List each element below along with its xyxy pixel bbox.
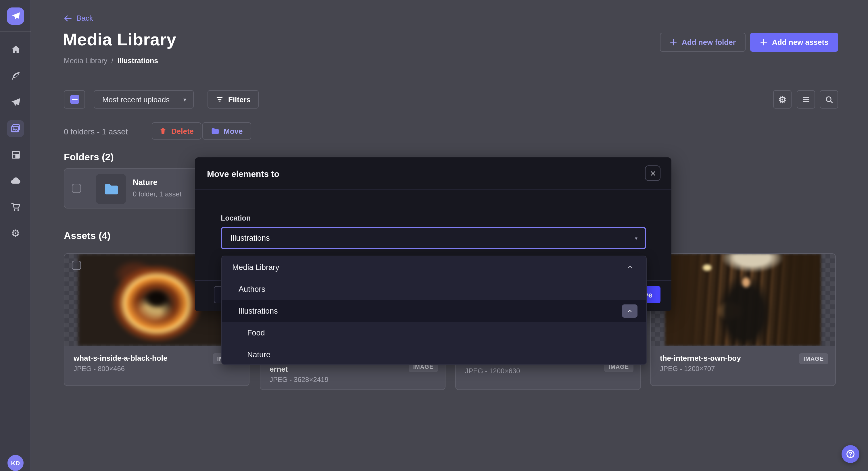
plus-icon (760, 38, 767, 46)
feather-icon (7, 67, 24, 85)
move-button[interactable]: Move (202, 122, 251, 140)
cloud-icon (7, 172, 24, 190)
layout-icon (7, 146, 24, 163)
add-new-folder-label: Add new folder (682, 38, 736, 46)
sidebar-item-deploy[interactable] (0, 171, 31, 191)
asset-thumbnail (651, 254, 835, 346)
sidebar-divider (0, 31, 31, 32)
chevron-down-icon: ▾ (635, 235, 638, 241)
sort-select-value: Most recent uploads (102, 95, 169, 104)
assets-heading: Assets (4) (64, 230, 111, 242)
folder-checkbox[interactable] (72, 184, 81, 193)
folder-meta: 0 folder, 1 asset (133, 190, 181, 198)
delete-button[interactable]: Delete (152, 122, 201, 140)
chevron-up-icon (626, 264, 633, 271)
add-new-assets-button[interactable]: Add new assets (750, 33, 838, 52)
sidebar: ⚙ KD (0, 0, 31, 471)
option-label: Food (247, 328, 265, 337)
arrow-left-icon (64, 14, 72, 22)
folders-heading: Folders (2) (64, 152, 114, 163)
option-label: Illustrations (239, 306, 278, 315)
breadcrumb-root[interactable]: Media Library (64, 57, 107, 65)
question-circle-icon (845, 449, 855, 459)
selection-summary: 0 folders - 1 asset (64, 127, 128, 136)
indeterminate-checkbox-icon (70, 95, 79, 104)
back-link[interactable]: Back (64, 14, 93, 23)
location-dropdown: Media Library Authors Illustrations Food… (221, 256, 647, 365)
dropdown-option-authors[interactable]: Authors (222, 278, 646, 300)
location-combobox[interactable]: Illustrations ▾ (221, 227, 646, 249)
chevron-down-icon: ▾ (183, 96, 186, 103)
move-label: Move (224, 127, 243, 135)
list-view-button[interactable] (797, 90, 815, 108)
sort-select[interactable]: Most recent uploads ▾ (94, 90, 194, 108)
page-title: Media Library (63, 30, 176, 49)
breadcrumb-separator: / (111, 57, 113, 65)
cart-icon (7, 198, 24, 215)
strapi-logo[interactable] (7, 7, 24, 25)
asset-meta: JPEG - 800×466 (73, 365, 240, 373)
asset-meta: JPEG - 1200×707 (660, 365, 826, 373)
sidebar-item-media-library[interactable] (0, 119, 31, 138)
collapse-children-button[interactable] (622, 304, 638, 317)
asset-checkbox[interactable] (72, 261, 81, 270)
back-label: Back (76, 14, 93, 23)
dialog-title: Move elements to (207, 169, 279, 179)
list-icon (802, 95, 810, 104)
view-settings-button[interactable]: ⚙ (773, 90, 792, 108)
dropdown-option-illustrations[interactable]: Illustrations (222, 300, 646, 322)
sidebar-item-marketplace[interactable] (0, 197, 31, 216)
dropdown-option-media-library[interactable]: Media Library (222, 256, 646, 278)
chevron-up-icon (626, 308, 633, 314)
sidebar-item-settings[interactable]: ⚙ (0, 224, 31, 243)
paper-plane-icon (11, 12, 20, 21)
filters-button[interactable]: Filters (208, 90, 259, 108)
option-label: Nature (247, 350, 271, 359)
avatar[interactable]: KD (7, 455, 24, 471)
asset-card[interactable]: the-internet-s-own-boy JPEG - 1200×707 I… (650, 253, 836, 386)
send-icon (7, 94, 24, 111)
breadcrumb-current: Illustrations (117, 57, 158, 65)
close-icon (649, 170, 656, 177)
help-button[interactable] (842, 445, 859, 463)
dropdown-option-nature[interactable]: Nature (222, 343, 646, 365)
gear-icon: ⚙ (7, 225, 24, 242)
asset-type-badge: IMAGE (799, 353, 828, 364)
sidebar-item-home[interactable] (0, 40, 31, 59)
select-all-checkbox[interactable] (64, 90, 85, 108)
home-icon (7, 41, 24, 58)
add-new-assets-label: Add new assets (772, 38, 829, 46)
folder-icon (211, 127, 219, 135)
avatar-initials: KD (11, 460, 20, 466)
option-label: Authors (239, 284, 265, 293)
library-photo (665, 254, 821, 346)
media-library-icon (7, 120, 24, 137)
dropdown-option-food[interactable]: Food (222, 322, 646, 343)
filters-label: Filters (228, 95, 251, 104)
folder-icon (103, 181, 118, 196)
search-icon (825, 95, 833, 104)
close-button[interactable] (645, 165, 660, 181)
location-value: Illustrations (230, 234, 270, 242)
folder-tile (96, 174, 126, 204)
gear-icon: ⚙ (778, 94, 787, 105)
option-label: Media Library (232, 263, 279, 271)
dialog-header: Move elements to (195, 157, 672, 190)
app-root: ⚙ KD Back Media Library Media Library / … (0, 0, 868, 471)
sidebar-item-releases[interactable] (0, 93, 31, 112)
trash-icon (159, 127, 167, 135)
location-label: Location (221, 214, 251, 222)
plus-icon (670, 38, 677, 46)
folder-name: Nature (133, 178, 157, 187)
add-new-folder-button[interactable]: Add new folder (660, 33, 746, 52)
filter-icon (216, 95, 224, 103)
delete-label: Delete (171, 127, 194, 135)
asset-caption: the-internet-s-own-boy JPEG - 1200×707 I… (651, 346, 835, 373)
breadcrumb: Media Library / Illustrations (64, 57, 158, 65)
search-button[interactable] (820, 90, 838, 108)
sidebar-item-content[interactable] (0, 66, 31, 86)
sidebar-item-content-type-builder[interactable] (0, 145, 31, 164)
asset-meta: JPEG - 3628×2419 (270, 376, 436, 384)
